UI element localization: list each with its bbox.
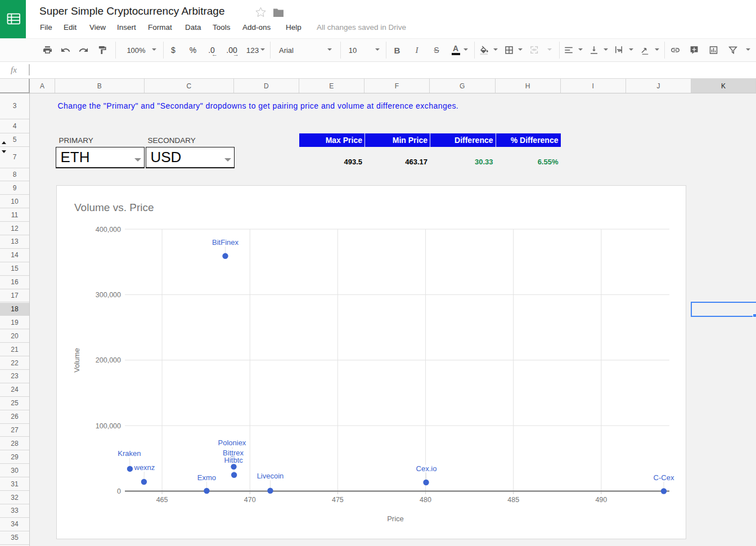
font-family-select[interactable]: Arial [272, 39, 300, 61]
text-rotation-icon[interactable] [639, 39, 651, 61]
dropdown-caret-icon[interactable] [375, 48, 380, 51]
chart-point-cex-io[interactable] [423, 480, 429, 485]
dropdown-caret-icon[interactable] [629, 48, 633, 51]
menu-view[interactable]: View [89, 23, 106, 32]
row-header-19[interactable]: 19 [0, 316, 29, 329]
column-header-A[interactable]: A [30, 79, 55, 93]
row-header-28[interactable]: 28 [0, 437, 29, 451]
column-header-K[interactable]: K [691, 79, 756, 93]
row-header-13[interactable]: 13 [0, 235, 29, 249]
column-header-H[interactable]: H [496, 79, 561, 93]
column-header-J[interactable]: J [626, 79, 691, 93]
row-header-31[interactable]: 31 [0, 477, 29, 491]
row-header-15[interactable]: 15 [0, 262, 29, 276]
chart-point-bittrex[interactable] [231, 464, 236, 469]
undo-icon[interactable] [59, 39, 71, 61]
row-header-3[interactable]: 3 [0, 93, 29, 119]
row-header-23[interactable]: 23 [0, 370, 29, 383]
row-header-34[interactable]: 34 [0, 518, 29, 531]
primary-dropdown-arrow-icon[interactable] [134, 158, 141, 162]
menu-insert[interactable]: Insert [117, 23, 136, 32]
menu-file[interactable]: File [40, 23, 52, 32]
column-header-E[interactable]: E [299, 79, 365, 93]
chart-container[interactable]: 0100,000200,000300,000400,00046547047548… [56, 185, 686, 539]
select-all-corner[interactable] [0, 79, 30, 93]
folder-icon[interactable] [273, 7, 284, 20]
primary-dropdown[interactable]: ETH [56, 147, 145, 168]
insert-link-icon[interactable] [669, 39, 681, 61]
formula-input[interactable] [35, 64, 749, 77]
stats-value-0[interactable]: 493.5 [299, 147, 365, 168]
dropdown-caret-icon[interactable] [604, 48, 608, 51]
menu-add-ons[interactable]: Add-ons [242, 23, 271, 32]
row-header-24[interactable]: 24 [0, 383, 29, 397]
print-icon[interactable] [41, 39, 53, 61]
fill-color-icon[interactable] [478, 39, 490, 61]
chart-point-bitfinex[interactable] [222, 253, 228, 259]
insert-comment-icon[interactable] [688, 39, 700, 61]
column-header-C[interactable]: C [145, 79, 235, 93]
row-header-14[interactable]: 14 [0, 249, 29, 262]
redo-icon[interactable] [77, 39, 89, 61]
stats-value-3[interactable]: 6.55% [496, 147, 561, 168]
dropdown-caret-icon[interactable] [152, 48, 156, 51]
filter-icon[interactable] [727, 39, 739, 61]
borders-icon[interactable] [503, 39, 515, 61]
chart-point-wexnz[interactable] [141, 479, 147, 485]
row-header-10[interactable]: 10 [0, 195, 29, 208]
toolbar-more-icon[interactable] [746, 48, 750, 51]
dropdown-caret-icon[interactable] [260, 48, 265, 51]
stats-value-1[interactable]: 463.17 [364, 147, 430, 168]
stats-header-min-price[interactable]: Min Price [365, 133, 430, 147]
horizontal-align-icon[interactable] [562, 39, 575, 61]
row-header-9[interactable]: 9 [0, 181, 29, 195]
row-header-26[interactable]: 26 [0, 410, 29, 424]
cell-primary-label[interactable]: PRIMARY [59, 136, 93, 145]
selection-fill-handle[interactable] [753, 314, 756, 317]
cell-instruction-text[interactable]: Change the "Primary" and "Secondary" dro… [58, 93, 459, 119]
row-header-22[interactable]: 22 [0, 356, 29, 370]
text-wrap-icon[interactable] [613, 39, 625, 61]
dropdown-caret-icon[interactable] [547, 48, 552, 51]
menu-data[interactable]: Data [185, 23, 201, 32]
dropdown-caret-icon[interactable] [493, 48, 498, 51]
row-header-20[interactable]: 20 [0, 329, 29, 343]
stats-header--difference[interactable]: % Difference [496, 133, 561, 147]
row-header-5[interactable]: 5 [0, 133, 29, 147]
sheet-body[interactable]: Change the "Primary" and "Secondary" dro… [30, 93, 756, 546]
row-header-32[interactable]: 32 [0, 491, 29, 504]
column-header-I[interactable]: I [561, 79, 627, 93]
cell-secondary-label[interactable]: SECONDARY [148, 136, 196, 145]
zoom-select[interactable]: 100% [122, 39, 150, 61]
row-header-29[interactable]: 29 [0, 450, 29, 464]
chart-point-kraken[interactable] [127, 466, 133, 472]
strikethrough-button[interactable]: S [422, 39, 451, 61]
menu-help[interactable]: Help [286, 23, 302, 32]
secondary-dropdown[interactable]: USD [146, 147, 235, 168]
document-title[interactable]: Super Simple Cryptocurrency Arbitrage [39, 5, 224, 17]
chart-point-hitbtc[interactable] [231, 472, 237, 478]
text-color-button[interactable]: A [451, 39, 461, 61]
merge-cells-icon[interactable] [528, 39, 541, 61]
stats-header-difference[interactable]: Difference [430, 133, 496, 147]
dropdown-caret-icon[interactable] [578, 48, 583, 51]
menu-tools[interactable]: Tools [213, 23, 231, 32]
secondary-dropdown-arrow-icon[interactable] [224, 158, 231, 162]
dropdown-caret-icon[interactable] [518, 48, 523, 51]
stats-value-2[interactable]: 30.33 [430, 147, 496, 168]
dropdown-caret-icon[interactable] [655, 48, 659, 51]
chart-point-livecoin[interactable] [267, 488, 273, 494]
row-header-35[interactable]: 35 [0, 531, 29, 545]
insert-chart-icon[interactable] [707, 39, 719, 61]
column-header-B[interactable]: B [55, 79, 145, 93]
active-cell-selection[interactable] [691, 302, 756, 317]
row-header-33[interactable]: 33 [0, 504, 29, 518]
row-header-18[interactable]: 18 [0, 303, 29, 316]
row-header-12[interactable]: 12 [0, 222, 29, 235]
save-status[interactable]: All changes saved in Drive [317, 23, 406, 32]
font-size-select[interactable]: 10 [339, 39, 367, 61]
row-header-16[interactable]: 16 [0, 276, 29, 289]
star-icon[interactable] [255, 6, 267, 20]
row-header-7[interactable]: 7 [0, 147, 29, 168]
row-header-21[interactable]: 21 [0, 343, 29, 356]
